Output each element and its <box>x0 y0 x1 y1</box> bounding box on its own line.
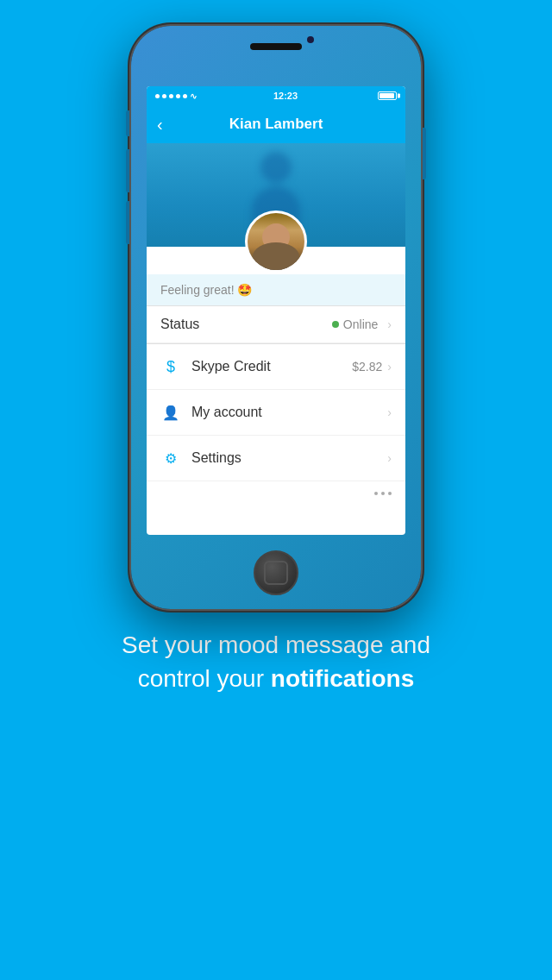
status-row[interactable]: Status Online › <box>147 306 405 343</box>
settings-icon: ⚙ <box>160 448 181 468</box>
status-value-group: Online › <box>332 317 392 331</box>
camera <box>307 36 314 43</box>
dot-2 <box>381 492 385 495</box>
skype-credit-chevron-icon: › <box>387 360 392 374</box>
my-account-label: My account <box>191 405 387 420</box>
menu-item-skype-credit[interactable]: $️ Skype Credit $2.82 › <box>147 344 405 390</box>
phone-screen: ∿ 12:23 ‹ Kian Lambert <box>147 86 405 535</box>
bottom-line1: Set your mood message and <box>122 631 430 658</box>
battery-indicator <box>378 91 397 100</box>
wifi-icon: ∿ <box>190 91 197 101</box>
status-chevron-icon: › <box>387 317 392 331</box>
nav-title: Kian Lambert <box>229 116 323 133</box>
bottom-line2-bold: notifications <box>271 665 414 692</box>
clock: 12:23 <box>273 91 298 101</box>
skype-credit-label: Skype Credit <box>191 359 352 374</box>
nav-bar: ‹ Kian Lambert <box>147 105 405 143</box>
bottom-line2: control your <box>138 665 271 692</box>
home-button[interactable] <box>254 550 298 595</box>
speaker-grill <box>250 43 302 50</box>
online-dot <box>332 321 339 328</box>
phone-wrapper: ∿ 12:23 ‹ Kian Lambert <box>129 24 423 611</box>
status-label: Status <box>160 317 332 332</box>
mood-text: Feeling great! 🤩 <box>160 283 253 297</box>
dot-1 <box>374 492 378 495</box>
menu-item-my-account[interactable]: 👤 My account › <box>147 390 405 436</box>
left-btn-mid <box>126 149 129 192</box>
dot-3 <box>388 492 392 495</box>
more-options[interactable] <box>147 481 405 506</box>
skype-credit-value: $2.82 <box>352 360 382 374</box>
settings-label: Settings <box>191 450 387 466</box>
menu-item-settings[interactable]: ⚙ Settings › <box>147 436 405 481</box>
phone-frame: ∿ 12:23 ‹ Kian Lambert <box>129 24 423 611</box>
avatar[interactable] <box>245 210 307 273</box>
menu-section: $️ Skype Credit $2.82 › 👤 My account › ⚙… <box>147 344 405 481</box>
profile-header <box>147 143 405 247</box>
mood-section[interactable]: Feeling great! 🤩 <box>147 274 405 305</box>
status-bar: ∿ 12:23 <box>147 86 405 105</box>
left-btn-top <box>126 110 129 136</box>
my-account-icon: 👤 <box>160 402 181 423</box>
back-button[interactable]: ‹ <box>157 115 163 135</box>
my-account-chevron-icon: › <box>387 405 392 419</box>
settings-chevron-icon: › <box>387 451 392 465</box>
signal-dots: ∿ <box>155 91 197 101</box>
status-online-text: Online <box>343 317 378 331</box>
skype-credit-icon: $️ <box>160 356 181 377</box>
bottom-text: Set your mood message and control your n… <box>87 628 465 695</box>
left-btn-bot <box>126 201 129 244</box>
